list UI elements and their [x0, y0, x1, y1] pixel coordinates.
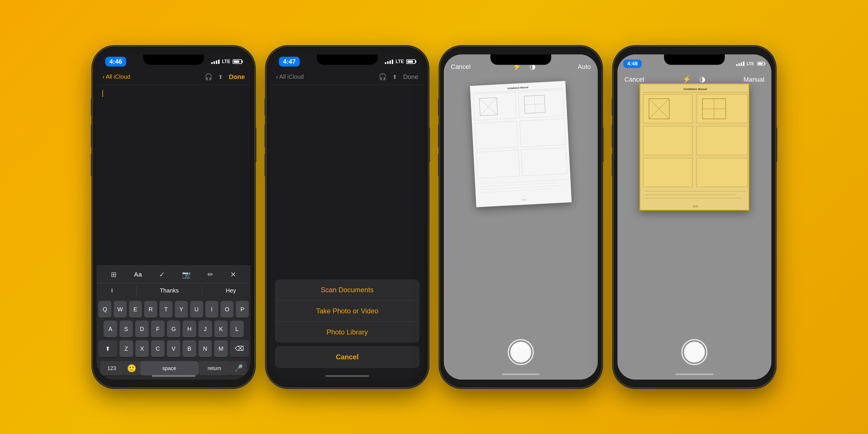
svg-rect-5 [520, 119, 566, 147]
share-icon-2[interactable]: ⬆︎ [392, 73, 397, 81]
key-l[interactable]: L [230, 320, 244, 337]
key-o[interactable]: O [220, 301, 234, 318]
space-key[interactable]: space [140, 361, 198, 376]
close-toolbar-icon[interactable]: ✕ [230, 271, 236, 279]
status-right-2: LTE [385, 59, 415, 64]
cam-mode-4[interactable]: Manual [744, 76, 765, 83]
lte-label-1: LTE [222, 59, 230, 64]
flash-icon-4[interactable]: ⚡ [683, 75, 691, 83]
key-x[interactable]: X [135, 340, 149, 357]
svg-text:Installation Manual: Installation Manual [507, 86, 528, 90]
status-right-1: LTE [211, 59, 242, 64]
key-c[interactable]: C [151, 340, 165, 357]
autocomplete-word-1[interactable]: I [105, 287, 119, 294]
key-j[interactable]: J [198, 320, 212, 337]
action-sheet-screen: 4:47 LTE [270, 54, 424, 380]
shutter-button-3[interactable] [508, 339, 534, 365]
camera-toolbar-icon[interactable]: 📷 [182, 271, 191, 279]
mic-key[interactable]: 🎤 [230, 361, 247, 376]
home-indicator-1 [152, 375, 195, 377]
back-button-2[interactable]: ‹ All iCloud [276, 73, 304, 81]
shift-key[interactable]: ⬆ [98, 340, 117, 357]
key-z[interactable]: Z [120, 340, 133, 357]
time-display-1: 4:46 [105, 57, 126, 66]
time-display-2: 4:47 [279, 57, 300, 66]
key-i[interactable]: I [206, 301, 218, 318]
key-y[interactable]: Y [175, 301, 188, 318]
key-a[interactable]: A [103, 320, 117, 337]
vol-up-button-4 [612, 124, 613, 148]
svg-rect-7 [521, 148, 567, 176]
share-icon[interactable]: ⬆︎ [218, 73, 223, 81]
autocomplete-word-3[interactable]: Hey [220, 287, 242, 294]
key-p[interactable]: P [236, 301, 249, 318]
battery-icon-4 [757, 62, 765, 66]
power-button-2 [428, 127, 430, 162]
key-m[interactable]: M [214, 340, 228, 357]
key-k[interactable]: K [214, 320, 228, 337]
camera-screen-4: 4:48 LTE [617, 54, 771, 380]
vol-up-button-3 [438, 124, 440, 148]
svg-rect-24 [697, 126, 747, 155]
photo-library-button[interactable]: Photo Library [275, 322, 420, 343]
key-row-1: Q W E R T Y U I O P [98, 301, 249, 318]
key-e[interactable]: E [129, 301, 142, 318]
return-key[interactable]: return [198, 361, 230, 376]
key-s[interactable]: S [120, 320, 133, 337]
key-g[interactable]: G [167, 320, 181, 337]
pen-icon[interactable]: ✏ [208, 271, 213, 279]
svg-line-10 [479, 97, 498, 116]
svg-line-16 [480, 185, 562, 190]
note-content-1[interactable] [97, 85, 251, 266]
key-f[interactable]: F [151, 320, 165, 337]
nav-bar-2: ‹ All iCloud 🎧 ⬆︎ Done [270, 69, 424, 85]
vol-down-button [91, 153, 93, 177]
divider-1 [136, 286, 136, 295]
cam-cancel-4[interactable]: Cancel [624, 76, 644, 83]
shutter-button-4[interactable] [681, 339, 707, 365]
headphones-icon[interactable]: 🎧 [205, 73, 212, 81]
autocomplete-word-2[interactable]: Thanks [154, 287, 185, 294]
key-t[interactable]: T [159, 301, 173, 318]
svg-line-15 [480, 183, 556, 187]
key-u[interactable]: U [190, 301, 203, 318]
done-button-1[interactable]: Done [229, 73, 245, 81]
document-3: Installation Manual [470, 81, 572, 208]
home-indicator-3 [502, 374, 539, 375]
vol-down-button-2 [265, 153, 266, 177]
keyboard-bottom: 123 🙂 space return 🎤 [98, 360, 249, 377]
key-v[interactable]: V [167, 340, 181, 357]
color-filter-icon-4[interactable]: ◑ [699, 75, 705, 83]
take-photo-button[interactable]: Take Photo or Video [275, 301, 420, 322]
key-d[interactable]: D [135, 320, 149, 337]
cancel-button-2[interactable]: Cancel [275, 346, 420, 368]
headphones-icon-2[interactable]: 🎧 [379, 73, 386, 81]
svg-text:(XS): (XS) [522, 198, 526, 201]
key-h[interactable]: H [183, 320, 196, 337]
key-q[interactable]: Q [98, 301, 112, 318]
signal-icon-2 [385, 60, 393, 64]
key-w[interactable]: W [114, 301, 127, 318]
numbers-key[interactable]: 123 [100, 361, 123, 376]
vol-up-button [91, 124, 93, 148]
key-b[interactable]: B [183, 340, 196, 357]
delete-key[interactable]: ⌫ [230, 340, 249, 357]
key-n[interactable]: N [198, 340, 212, 357]
back-button-1[interactable]: ‹ All iCloud [102, 73, 130, 81]
notch-3 [490, 54, 551, 65]
done-button-2[interactable]: Done [403, 73, 418, 81]
checklist-icon[interactable]: ✓ [159, 271, 165, 279]
power-button [255, 127, 256, 162]
svg-rect-23 [643, 126, 692, 155]
signal-icon-1 [211, 60, 220, 64]
notch-4 [664, 54, 725, 65]
battery-icon-1 [232, 59, 242, 64]
emoji-key[interactable]: 🙂 [123, 361, 140, 376]
table-icon[interactable]: ⊞ [111, 271, 117, 279]
svg-rect-26 [697, 158, 747, 187]
key-r[interactable]: R [144, 301, 157, 318]
back-label-2: All iCloud [279, 73, 304, 80]
scan-documents-button[interactable]: Scan Documents [275, 279, 420, 301]
format-icon[interactable]: Aa [134, 271, 142, 278]
time-display-4: 4:48 [623, 60, 642, 68]
